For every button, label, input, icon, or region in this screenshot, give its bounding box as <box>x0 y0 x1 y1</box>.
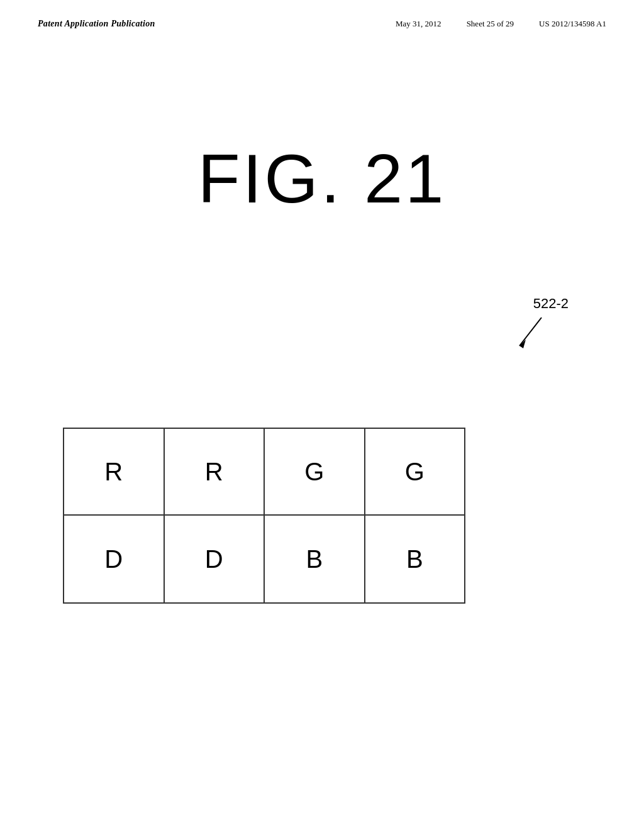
cell-r2c2: D <box>165 516 265 602</box>
cell-r2c1: D <box>64 516 165 602</box>
cell-r2c4: B <box>365 516 465 602</box>
cell-r2c3: B <box>265 516 365 602</box>
page: Patent Application Publication May 31, 2… <box>0 0 644 830</box>
sheet-info: Sheet 25 of 29 <box>467 19 514 29</box>
cell-r1c3: G <box>265 429 365 514</box>
pixel-grid: R R G G D D B B <box>63 428 465 604</box>
svg-line-0 <box>519 318 541 346</box>
header-left: Patent Application Publication <box>38 19 155 29</box>
header: Patent Application Publication May 31, 2… <box>0 19 644 29</box>
component-label-522-2: 522-2 <box>533 296 569 312</box>
publication-date: May 31, 2012 <box>396 19 441 29</box>
patent-number: US 2012/134598 A1 <box>539 19 606 29</box>
figure-title: FIG. 21 <box>0 138 644 218</box>
cell-r1c1: R <box>64 429 165 514</box>
cell-r1c4: G <box>365 429 465 514</box>
grid-row-2: D D B B <box>64 516 464 602</box>
publication-title: Patent Application Publication <box>38 19 155 29</box>
grid-row-1: R R G G <box>64 429 464 516</box>
arrow-522 <box>513 314 551 355</box>
cell-r1c2: R <box>165 429 265 514</box>
